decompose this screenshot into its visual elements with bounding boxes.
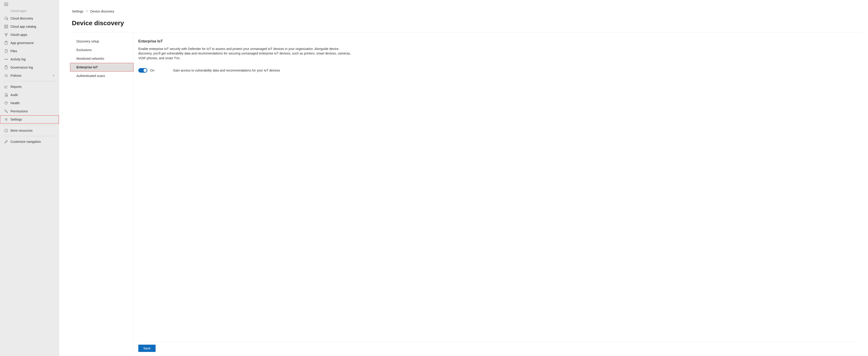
subnav: Discovery setup Exclusions Monitored net…: [70, 32, 134, 356]
subnav-label: Discovery setup: [76, 39, 99, 43]
svg-rect-5: [7, 25, 8, 26]
section-description: Enable enterprise IoT security with Defe…: [138, 46, 352, 60]
sidebar-item-label: Cloud apps: [10, 9, 55, 13]
sidebar-item-label: OAuth apps: [10, 33, 55, 37]
chevron-right-icon: [86, 10, 88, 13]
sidebar-item-settings[interactable]: Settings: [0, 115, 59, 123]
svg-point-10: [6, 35, 7, 36]
sidebar-item-app-governance[interactable]: App governance: [0, 39, 59, 47]
info-icon: [4, 129, 8, 133]
oauth-icon: [4, 33, 8, 37]
toggle-state-label: On: [150, 69, 154, 72]
detail-pane: Enterprise IoT Enable enterprise IoT sec…: [134, 32, 863, 356]
sidebar-item-health[interactable]: Health: [0, 99, 59, 107]
sidebar-item-label: More resources: [10, 129, 55, 132]
sidebar-item-label: Audit: [10, 93, 55, 97]
content-row: Discovery setup Exclusions Monitored net…: [70, 32, 863, 356]
sidebar-item-permissions[interactable]: Permissions: [0, 107, 59, 115]
subnav-item-enterprise-iot[interactable]: Enterprise IoT: [70, 63, 133, 72]
svg-rect-15: [5, 66, 7, 69]
hamburger-menu[interactable]: [0, 1, 59, 8]
gear-icon: [4, 117, 8, 121]
page-title: Device discovery: [59, 13, 868, 32]
clipboard-icon: [4, 65, 8, 69]
sidebar-item-label: Customize navigation: [10, 140, 55, 143]
subnav-item-exclusions[interactable]: Exclusions: [70, 46, 133, 54]
main-content: Settings Device discovery Device discove…: [59, 0, 868, 356]
svg-rect-4: [5, 25, 6, 26]
sidebar-item-label: Files: [10, 49, 55, 53]
sidebar-item-cloud-app-catalog[interactable]: Cloud app catalog: [0, 23, 59, 31]
sidebar: Cloud apps Cloud discovery Cloud app cat…: [0, 0, 59, 356]
sidebar-item-customize-navigation[interactable]: Customize navigation: [0, 138, 59, 146]
enterprise-iot-toggle[interactable]: [138, 68, 147, 73]
policies-icon: [4, 74, 8, 78]
subnav-item-authenticated-scans[interactable]: Authenticated scans: [70, 72, 133, 80]
nav-divider: [3, 81, 56, 81]
subnav-label: Authenticated scans: [76, 74, 105, 78]
sidebar-item-more-resources[interactable]: More resources: [0, 127, 59, 135]
detail-footer: Save: [138, 341, 859, 356]
subnav-label: Monitored networks: [76, 57, 104, 60]
svg-point-9: [7, 33, 7, 34]
sidebar-item-label: Cloud app catalog: [10, 25, 55, 28]
sidebar-item-label: Governance log: [10, 66, 55, 69]
sidebar-item-label: Settings: [10, 118, 55, 121]
breadcrumb-parent[interactable]: Settings: [72, 9, 84, 13]
sidebar-item-policies[interactable]: Policies: [0, 72, 59, 80]
sidebar-item-activity-log[interactable]: Activity log: [0, 55, 59, 63]
sidebar-item-oauth-apps[interactable]: OAuth apps: [0, 31, 59, 39]
detail-body: Enterprise IoT Enable enterprise IoT sec…: [138, 39, 859, 341]
svg-point-17: [7, 76, 7, 77]
cloud-discovery-icon: [4, 16, 8, 21]
subnav-item-discovery-setup[interactable]: Discovery setup: [70, 37, 133, 46]
sidebar-item-label: Reports: [10, 85, 55, 88]
subnav-label: Exclusions: [76, 48, 92, 52]
permissions-icon: [4, 109, 8, 113]
breadcrumb-current: Device discovery: [90, 9, 115, 13]
svg-point-14: [7, 59, 8, 60]
nav-divider: [3, 125, 56, 125]
toggle-description: Gain access to vulnerability data and re…: [173, 69, 280, 72]
health-icon: [4, 101, 8, 105]
audit-icon: [4, 93, 8, 97]
sidebar-item-label: Health: [10, 101, 55, 105]
toggle-knob: [144, 69, 147, 72]
svg-rect-6: [5, 27, 6, 28]
save-button[interactable]: Save: [138, 345, 156, 352]
svg-point-18: [6, 95, 7, 96]
sidebar-item-label: App governance: [10, 41, 55, 45]
sidebar-item-label: Activity log: [10, 58, 55, 61]
sidebar-item-label: Permissions: [10, 109, 55, 113]
activity-icon: [4, 57, 8, 61]
svg-point-8: [5, 33, 6, 34]
sidebar-item-audit[interactable]: Audit: [0, 91, 59, 99]
subnav-label: Enterprise IoT: [76, 65, 98, 69]
sidebar-item-reports[interactable]: Reports: [0, 83, 59, 91]
sidebar-item-label: Policies: [10, 74, 52, 77]
subnav-item-monitored-networks[interactable]: Monitored networks: [70, 54, 133, 63]
svg-point-3: [7, 19, 7, 20]
svg-rect-7: [7, 27, 8, 28]
chevron-down-icon: [52, 74, 55, 77]
hamburger-icon: [4, 3, 8, 6]
svg-point-13: [5, 59, 5, 60]
sidebar-item-governance-log[interactable]: Governance log: [0, 63, 59, 72]
breadcrumb: Settings Device discovery: [59, 0, 868, 13]
svg-rect-11: [5, 41, 7, 44]
sidebar-item-label: Cloud discovery: [10, 16, 55, 20]
sidebar-item-cloud-apps[interactable]: Cloud apps: [0, 8, 59, 14]
files-icon: [4, 49, 8, 53]
svg-point-20: [6, 119, 7, 120]
sidebar-item-files[interactable]: Files: [0, 47, 59, 55]
edit-icon: [4, 140, 8, 144]
reports-icon: [4, 85, 8, 89]
toggle-row: On Gain access to vulnerability data and…: [138, 68, 859, 73]
sidebar-item-cloud-discovery[interactable]: Cloud discovery: [0, 14, 59, 23]
clipboard-icon: [4, 41, 8, 45]
catalog-icon: [4, 25, 8, 29]
section-title: Enterprise IoT: [138, 39, 859, 43]
nav-divider: [3, 136, 56, 136]
